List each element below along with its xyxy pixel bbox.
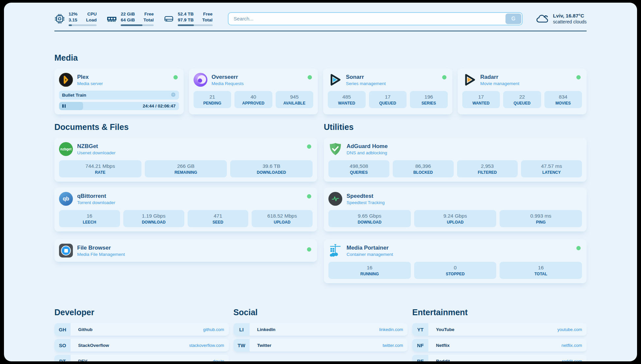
service-card-speedtest[interactable]: Speedtest Speedtest Tracking 9.65 Gbps D… bbox=[324, 188, 587, 231]
disk-free-value: 52.4 TB bbox=[178, 11, 194, 17]
cpu-load-value: 3.15 bbox=[69, 17, 77, 23]
service-name: NZBGet bbox=[77, 143, 115, 150]
bookmark-abbr: TW bbox=[233, 339, 250, 351]
playback-progress: 24:44 / 02:06:47 bbox=[59, 102, 179, 110]
stat-pending: 21 PENDING bbox=[194, 91, 231, 108]
stat-movies: 834 MOVIES bbox=[544, 91, 582, 108]
section-title-utilities: Utilities bbox=[324, 122, 587, 132]
search-provider-button[interactable]: G bbox=[505, 14, 521, 24]
stat-series: 196 SERIES bbox=[410, 91, 448, 108]
cloud-icon bbox=[536, 13, 549, 24]
bookmark-url: youtube.com bbox=[558, 323, 587, 336]
stat-queued: 17 QUEUED bbox=[369, 91, 407, 108]
memory-total-value: 64 GiB bbox=[121, 17, 135, 23]
service-name: qBittorrent bbox=[77, 193, 115, 199]
service-card-filebrowser[interactable]: File Browser Media File Management bbox=[54, 239, 317, 262]
disk-total-value: 97.9 TB bbox=[178, 17, 194, 23]
stat-download: 1.19 Gbps DOWNLOAD bbox=[123, 210, 184, 227]
two-column-section: Documents & Files nzbget NZBGet Usenet d… bbox=[54, 122, 587, 289]
sonarr-icon bbox=[328, 73, 342, 87]
section-title-developer: Developer bbox=[54, 308, 229, 317]
status-dot bbox=[307, 247, 311, 252]
service-card-sonarr[interactable]: Sonarr Series management 485 WANTED 17 Q… bbox=[323, 69, 452, 114]
bookmark-twitter[interactable]: TW Twitter twitter.com bbox=[233, 339, 408, 351]
service-description: Media Requests bbox=[212, 81, 244, 86]
now-playing-row: Bullet Train bbox=[59, 91, 179, 100]
bookmark-name: DEV bbox=[71, 355, 213, 361]
header-divider bbox=[54, 31, 587, 31]
bookmark-abbr: GH bbox=[54, 323, 71, 336]
stat-seed: 471 SEED bbox=[188, 210, 249, 227]
bookmark-linkedin[interactable]: LI LinkedIn linkedin.com bbox=[233, 323, 408, 336]
service-card-qbittorrent[interactable]: qb qBittorrent Torrent downloader 16 LEE… bbox=[54, 188, 317, 231]
memory-free-label: Free bbox=[144, 11, 154, 17]
bookmark-abbr: SO bbox=[54, 339, 71, 351]
bookmark-abbr: YT bbox=[412, 323, 428, 336]
bookmarks-section: Developer GH Github github.com SO StackO… bbox=[54, 308, 587, 361]
adguard-icon bbox=[328, 142, 342, 156]
search-input[interactable] bbox=[228, 12, 523, 25]
documents-column: Documents & Files nzbget NZBGet Usenet d… bbox=[54, 122, 317, 268]
now-playing-title: Bullet Train bbox=[62, 93, 86, 98]
service-card-overseerr[interactable]: Overseerr Media Requests 21 PENDING 40 A… bbox=[189, 69, 318, 114]
service-name: Overseerr bbox=[212, 74, 244, 80]
nzbget-icon: nzbget bbox=[59, 142, 73, 156]
bookmark-abbr: DT bbox=[54, 355, 71, 361]
service-card-plex[interactable]: Plex Media server Bullet Train bbox=[54, 69, 184, 114]
stat-filtered: 2,953 FILTERED bbox=[457, 160, 518, 177]
bookmark-youtube[interactable]: YT YouTube youtube.com bbox=[412, 323, 587, 336]
stat-upload: 618.52 Mbps UPLOAD bbox=[252, 210, 313, 227]
memory-total-label: Total bbox=[143, 17, 154, 23]
stat-upload: 9.24 Gbps UPLOAD bbox=[414, 210, 497, 227]
bookmark-github[interactable]: GH Github github.com bbox=[54, 323, 229, 336]
bookmark-group-developer: Developer GH Github github.com SO StackO… bbox=[54, 308, 229, 361]
service-name: File Browser bbox=[77, 245, 125, 251]
bookmark-reddit[interactable]: RE Reddit reddit.com bbox=[412, 355, 587, 361]
status-dot bbox=[307, 194, 311, 198]
bookmark-dev[interactable]: DT DEV dev.to bbox=[54, 355, 229, 361]
speedtest-icon bbox=[328, 192, 342, 206]
stat-wanted: 17 WANTED bbox=[462, 91, 500, 108]
bookmark-url: linkedin.com bbox=[379, 323, 408, 336]
overseerr-icon bbox=[194, 73, 207, 87]
top-bar: 12% 3.15 CPU Load bbox=[54, 11, 587, 26]
service-card-radarr[interactable]: Radarr Movie management 17 WANTED 22 QUE… bbox=[458, 69, 587, 114]
bookmark-name: StackOverflow bbox=[71, 339, 189, 351]
cpu-widget: 12% 3.15 CPU Load bbox=[54, 11, 97, 26]
status-dot bbox=[576, 246, 581, 250]
stat-wanted: 485 WANTED bbox=[328, 91, 366, 108]
bookmark-stackoverflow[interactable]: SO StackOverflow stackoverflow.com bbox=[54, 339, 229, 351]
memory-free-value: 22 GiB bbox=[121, 11, 135, 17]
playback-time: 24:44 / 02:06:47 bbox=[143, 104, 176, 108]
status-dot bbox=[442, 75, 446, 79]
bookmark-url: stackoverflow.com bbox=[189, 339, 229, 351]
cpu-label: CPU bbox=[87, 11, 97, 17]
radarr-icon bbox=[462, 73, 476, 87]
weather-location: Lviv, 16.87°C bbox=[553, 13, 587, 19]
status-dot bbox=[308, 75, 312, 79]
bookmark-name: Github bbox=[71, 323, 203, 336]
weather-condition: scattered clouds bbox=[553, 19, 587, 24]
bookmark-netflix[interactable]: NF Netflix netflix.com bbox=[412, 339, 587, 351]
status-dot bbox=[307, 144, 311, 149]
service-name: Media Portainer bbox=[347, 245, 393, 251]
stat-rate: 744.21 Mbps RATE bbox=[59, 160, 141, 177]
stat-downloaded: 39.6 TB DOWNLOADED bbox=[230, 160, 313, 177]
qbittorrent-icon: qb bbox=[59, 192, 73, 206]
bookmark-name: Netflix bbox=[428, 339, 562, 351]
utilities-column: Utilities AdGuard Home DNS and bbox=[324, 122, 587, 289]
pause-icon bbox=[62, 104, 66, 108]
service-name: Radarr bbox=[480, 74, 520, 80]
cpu-usage-value: 12% bbox=[69, 11, 77, 17]
stat-queries: 498,508 QUERIES bbox=[328, 160, 389, 177]
service-card-nzbget[interactable]: nzbget NZBGet Usenet downloader 744.21 M… bbox=[54, 138, 317, 182]
bookmark-url: github.com bbox=[203, 323, 229, 336]
resource-widgets: 12% 3.15 CPU Load bbox=[54, 11, 213, 26]
load-label: Load bbox=[86, 17, 97, 23]
service-card-adguard[interactable]: AdGuard Home DNS and adblocking 498,508 … bbox=[324, 138, 587, 182]
service-description: Media File Management bbox=[77, 252, 125, 257]
service-card-portainer[interactable]: Media Portainer Container management 16 … bbox=[324, 239, 587, 283]
service-description: Torrent downloader bbox=[77, 200, 115, 205]
section-title-social: Social bbox=[233, 308, 408, 317]
bookmark-url: netflix.com bbox=[562, 339, 587, 351]
